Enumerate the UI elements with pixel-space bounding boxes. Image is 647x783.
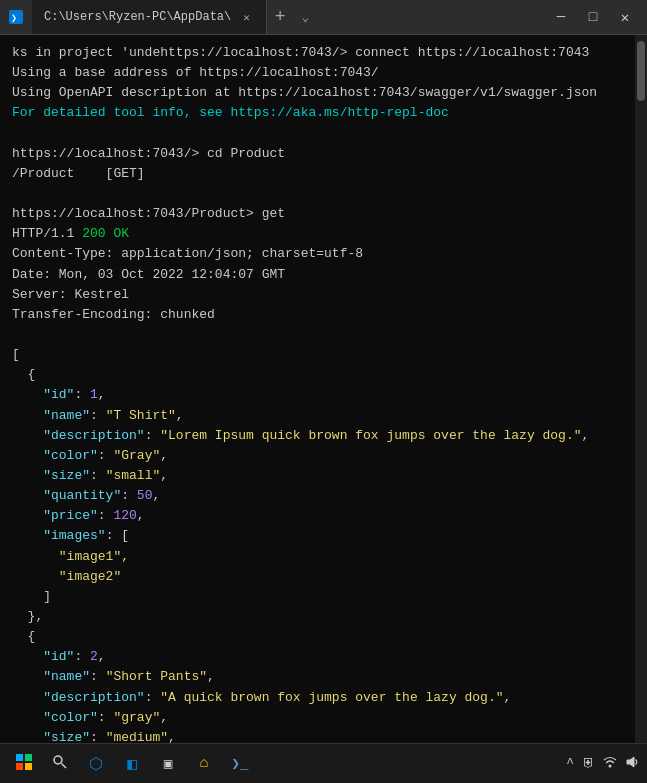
terminal-line: Content-Type: application/json; charset=…: [12, 244, 623, 264]
svg-point-8: [609, 764, 612, 767]
svg-text:❯: ❯: [11, 12, 17, 23]
search-icon: [52, 754, 68, 774]
terminal-line: "id": 1,: [12, 385, 623, 405]
close-window-button[interactable]: ✕: [611, 3, 639, 31]
terminal-line: "size": "medium",: [12, 728, 623, 743]
svg-rect-5: [25, 763, 32, 770]
svg-rect-3: [25, 754, 32, 761]
tab-area: C:\Users\Ryzen-PC\AppData\ ✕ + ⌄: [32, 0, 547, 34]
terminal-wrapper: ks in project 'undehttps://localhost:704…: [0, 35, 647, 743]
system-tray: ^ ⛨: [566, 755, 639, 773]
terminal-line: HTTP/1.1 200 OK: [12, 224, 623, 244]
start-icon: [16, 754, 32, 774]
maximize-button[interactable]: □: [579, 3, 607, 31]
terminal-line: {: [12, 627, 623, 647]
terminal-line: Using a base address of https://localhos…: [12, 63, 623, 83]
svg-line-7: [62, 763, 67, 768]
tab-close-button[interactable]: ✕: [239, 9, 254, 26]
edge-icon: ⬡: [89, 754, 103, 774]
terminal-line: For detailed tool info, see https://aka.…: [12, 103, 623, 123]
terminal-line: {: [12, 365, 623, 385]
terminal-line: [12, 124, 623, 144]
new-tab-button[interactable]: +: [267, 7, 294, 27]
terminal-line: "description": "Lorem Ipsum quick brown …: [12, 426, 623, 446]
terminal-line: "color": "Gray",: [12, 446, 623, 466]
taskbar: ⬡ ◧ ▣ ⌂ ❯_ ^ ⛨: [0, 743, 647, 783]
terminal-line: https://localhost:7043/Product> get: [12, 204, 623, 224]
defender-icon[interactable]: ⛨: [582, 756, 595, 771]
terminal-line: Date: Mon, 03 Oct 2022 12:04:07 GMT: [12, 265, 623, 285]
terminal-line: "image2": [12, 567, 623, 587]
search-button[interactable]: [44, 748, 76, 780]
terminal-line: "name": "Short Pants",: [12, 667, 623, 687]
terminal-taskbar-button[interactable]: ▣: [152, 748, 184, 780]
terminal-line: /Product [GET]: [12, 164, 623, 184]
svg-marker-9: [627, 757, 634, 767]
network-icon[interactable]: [603, 755, 617, 773]
scrollbar-thumb[interactable]: [637, 41, 645, 101]
svg-rect-4: [16, 763, 23, 770]
start-button[interactable]: [8, 748, 40, 780]
terminal-line: "image1",: [12, 547, 623, 567]
svg-rect-2: [16, 754, 23, 761]
minimize-button[interactable]: ─: [547, 3, 575, 31]
terminal-line: Server: Kestrel: [12, 285, 623, 305]
terminal-line: Transfer-Encoding: chunked: [12, 305, 623, 325]
active-tab[interactable]: C:\Users\Ryzen-PC\AppData\ ✕: [32, 0, 267, 34]
tab-label: C:\Users\Ryzen-PC\AppData\: [44, 10, 231, 24]
terminal-line: "description": "A quick brown fox jumps …: [12, 688, 623, 708]
terminal-line: "quantity": 50,: [12, 486, 623, 506]
terminal-line: "id": 2,: [12, 647, 623, 667]
vscode-button[interactable]: ◧: [116, 748, 148, 780]
explorer-icon: ⌂: [199, 755, 208, 772]
terminal-line: ks in project 'undehttps://localhost:704…: [12, 43, 623, 63]
terminal-taskbar-icon: ▣: [164, 755, 172, 772]
title-bar: ❯ C:\Users\Ryzen-PC\AppData\ ✕ + ⌄ ─ □ ✕: [0, 0, 647, 35]
terminal-line: Using OpenAPI description at https://loc…: [12, 83, 623, 103]
powershell-icon: ❯_: [232, 755, 249, 772]
powershell-button[interactable]: ❯_: [224, 748, 256, 780]
terminal-line: "size": "small",: [12, 466, 623, 486]
vscode-icon: ◧: [127, 754, 137, 774]
terminal-line: "images": [: [12, 526, 623, 546]
tab-dropdown-button[interactable]: ⌄: [294, 10, 317, 25]
terminal-line: "name": "T Shirt",: [12, 406, 623, 426]
terminal-line: [12, 184, 623, 204]
window-controls: ─ □ ✕: [547, 3, 639, 31]
terminal-line: "price": 120,: [12, 506, 623, 526]
scrollbar-track[interactable]: [635, 35, 647, 743]
terminal-line: "color": "gray",: [12, 708, 623, 728]
terminal-line: ]: [12, 587, 623, 607]
terminal-line: https://localhost:7043/> cd Product: [12, 144, 623, 164]
terminal-line: },: [12, 607, 623, 627]
terminal-line: [: [12, 345, 623, 365]
terminal-content[interactable]: ks in project 'undehttps://localhost:704…: [0, 35, 635, 743]
terminal-icon: ❯: [8, 9, 24, 25]
svg-point-6: [54, 756, 62, 764]
tray-chevron-icon[interactable]: ^: [566, 756, 574, 771]
terminal-line: [12, 325, 623, 345]
speaker-icon[interactable]: [625, 755, 639, 773]
edge-button[interactable]: ⬡: [80, 748, 112, 780]
explorer-button[interactable]: ⌂: [188, 748, 220, 780]
